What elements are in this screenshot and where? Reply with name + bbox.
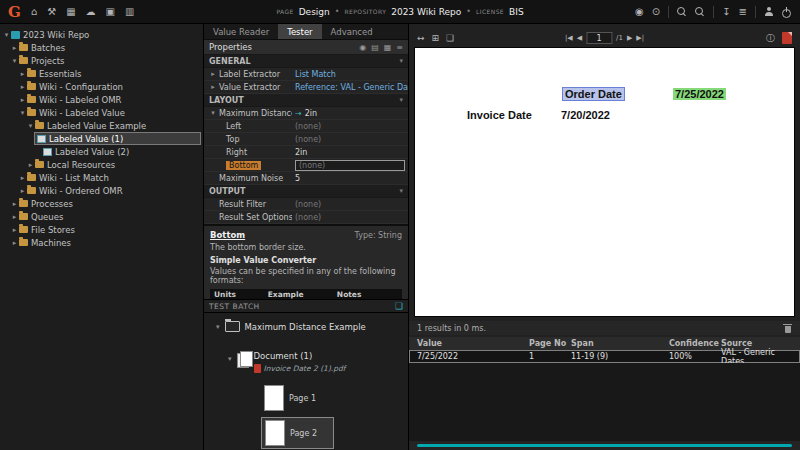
prop-value-cell[interactable]: (none) (292, 213, 408, 222)
tab-tester[interactable]: Tester (278, 24, 321, 39)
license-value[interactable]: BIS (509, 7, 524, 17)
tab-advanced[interactable]: Advanced (322, 24, 382, 39)
tree-item-batches[interactable]: ▸ Batches (0, 41, 203, 54)
chevron-right-icon[interactable]: ▸ (26, 161, 35, 169)
chevron-right-icon[interactable]: ▸ (18, 187, 27, 195)
tree-item-labeled-value-2[interactable]: Labeled Value (2) (0, 145, 203, 158)
last-page-button[interactable]: ▶| (636, 34, 644, 42)
chevron-right-icon[interactable]: ▸ (18, 83, 27, 91)
save-icon[interactable]: ▦ (384, 43, 392, 52)
prop-row-maximum-noise[interactable]: Maximum Noise 5 (204, 172, 408, 185)
prop-value-cell[interactable]: Reference: VAL - Generic Dates … (292, 82, 408, 92)
invoice-date-value[interactable]: 7/20/2022 (561, 109, 610, 121)
fit-width-icon[interactable]: ↔ (417, 33, 425, 43)
trash-icon[interactable] (783, 323, 792, 333)
info-icon[interactable]: ⓘ (766, 32, 775, 45)
col-page-no[interactable]: Page No (529, 339, 571, 348)
chevron-down-icon[interactable]: ▾ (216, 323, 220, 331)
invoice-date-label[interactable]: Invoice Date (467, 109, 532, 121)
repository-value[interactable]: 2023 Wiki Repo (391, 7, 461, 17)
prop-value-cell[interactable]: (none) (292, 135, 408, 144)
document-page[interactable]: Order Date 7/25/2022 Invoice Date 7/20/2… (415, 48, 794, 316)
tree-item-labeled-value-1[interactable]: Labeled Value (1) (34, 132, 201, 145)
horizontal-scrollbar[interactable] (409, 441, 800, 450)
tree-item-wiki-ordered-omr[interactable]: ▸ Wiki - Ordered OMR (0, 184, 203, 197)
tree-item-wiki-list-match[interactable]: ▸ Wiki - List Match (0, 171, 203, 184)
search-icon[interactable] (677, 7, 687, 17)
tree-item-projects[interactable]: ▾ Projects (0, 54, 203, 67)
chart-icon[interactable]: ▥ (125, 6, 134, 17)
page-1-thumbnail[interactable] (264, 385, 284, 411)
tree-item-queues[interactable]: ▸ Queues (0, 210, 203, 223)
target-icon[interactable]: ⊙ (652, 6, 660, 17)
zoom-icon[interactable] (695, 7, 705, 17)
chevron-down-icon[interactable]: ▾ (209, 109, 217, 117)
page-number-input[interactable]: 1 (586, 32, 612, 44)
chevron-down-icon[interactable]: ▾ (10, 57, 19, 65)
prop-value-cell[interactable]: 5 (292, 174, 408, 183)
prop-row-right[interactable]: Right 2in (204, 146, 408, 159)
chevron-down-icon[interactable]: ▾ (228, 355, 232, 363)
col-value[interactable]: Value (409, 339, 529, 348)
prop-row-label-extractor[interactable]: ▸ Label Extractor List Match (204, 68, 408, 81)
tree-item-file-stores[interactable]: ▸ File Stores (0, 223, 203, 236)
tools-icon[interactable]: ⚒ (47, 6, 56, 17)
order-date-value-extracted[interactable]: 7/25/2022 (673, 88, 726, 100)
page-1-item[interactable]: Page 1 (264, 385, 316, 411)
next-page-button[interactable]: ▶ (627, 34, 632, 42)
app-logo[interactable]: G (0, 3, 31, 21)
prop-value-editor[interactable]: (none) (295, 160, 405, 171)
tree-item-labeled-value-example[interactable]: ▾ Labeled Value Example (0, 119, 203, 132)
section-layout[interactable]: LAYOUT ▾ (204, 94, 408, 107)
chevron-right-icon[interactable]: ▸ (18, 174, 27, 182)
cloud-icon[interactable]: ☁ (86, 6, 96, 17)
prop-row-left[interactable]: Left (none) (204, 120, 408, 133)
prev-page-button[interactable]: ◀ (577, 34, 582, 42)
prop-label-selected[interactable]: Bottom (226, 161, 261, 170)
batch-folder-item[interactable]: ▾ Maximum Distance Example (216, 321, 366, 332)
chevron-right-icon[interactable]: ▸ (18, 96, 27, 104)
order-date-label-highlighted[interactable]: Order Date (563, 88, 624, 100)
page-2-item-selected[interactable]: Page 2 (261, 417, 334, 449)
copy-pages-icon[interactable]: ❏ (446, 33, 454, 43)
first-page-button[interactable]: |◀ (565, 34, 573, 42)
page-2-thumbnail[interactable] (265, 420, 285, 446)
chevron-right-icon[interactable]: ▸ (209, 83, 217, 91)
prop-row-top[interactable]: Top (none) (204, 133, 408, 146)
prop-row-result-filter[interactable]: Result Filter (none) (204, 198, 408, 211)
batch-document-item[interactable]: ▾ Document (1) Invoice Date 2 (1).pdf (228, 349, 345, 373)
col-confidence[interactable]: Confidence (669, 339, 721, 348)
record-icon[interactable]: ◉ (635, 6, 644, 17)
section-output[interactable]: OUTPUT ▾ (204, 185, 408, 198)
tree-item-essentials[interactable]: ▸ Essentials (0, 67, 203, 80)
grid-icon[interactable]: ▦ (66, 6, 75, 17)
chevron-down-icon[interactable]: ▾ (399, 57, 403, 65)
power-icon[interactable] (782, 7, 792, 17)
tab-value-reader[interactable]: Value Reader (204, 24, 278, 39)
prop-value-cell[interactable]: (none) (292, 160, 408, 171)
chevron-down-icon[interactable]: ▾ (399, 187, 403, 195)
home-icon[interactable]: ⌂ (31, 6, 37, 17)
pdf-export-icon[interactable] (782, 32, 792, 44)
results-row-selected[interactable]: 7/25/2022 1 11-19 (9) 100% VAL - Generic… (409, 350, 800, 363)
chevron-right-icon[interactable]: ▸ (10, 200, 19, 208)
scrollbar-thumb[interactable] (417, 444, 792, 447)
prop-value-cell[interactable]: → 2in (292, 109, 408, 118)
tree-item-local-resources[interactable]: ▸ Local Resources (0, 158, 203, 171)
page-value[interactable]: Design (299, 7, 330, 17)
prop-row-value-extractor[interactable]: ▸ Value Extractor Reference: VAL - Gener… (204, 81, 408, 94)
package-icon[interactable]: ▣ (106, 6, 115, 17)
prop-value-cell[interactable]: 2in (292, 148, 408, 157)
chevron-right-icon[interactable]: ▸ (209, 70, 217, 78)
prop-value-cell[interactable]: (none) (292, 200, 408, 209)
chevron-right-icon[interactable]: ▸ (10, 239, 19, 247)
chevron-right-icon[interactable]: ▸ (18, 70, 27, 78)
tree-item-repo-root[interactable]: ▾ 2023 Wiki Repo (0, 28, 203, 41)
prop-value-cell[interactable]: List Match (292, 70, 408, 79)
prop-row-maximum-distance[interactable]: ▾ Maximum Distance → 2in (204, 107, 408, 120)
tree-view-icon[interactable]: ❏ (395, 301, 403, 311)
tree-item-machines[interactable]: ▸ Machines (0, 236, 203, 249)
chevron-right-icon[interactable]: ▸ (10, 213, 19, 221)
user-icon[interactable] (764, 7, 774, 17)
prop-row-bottom-selected[interactable]: Bottom (none) (204, 159, 408, 172)
